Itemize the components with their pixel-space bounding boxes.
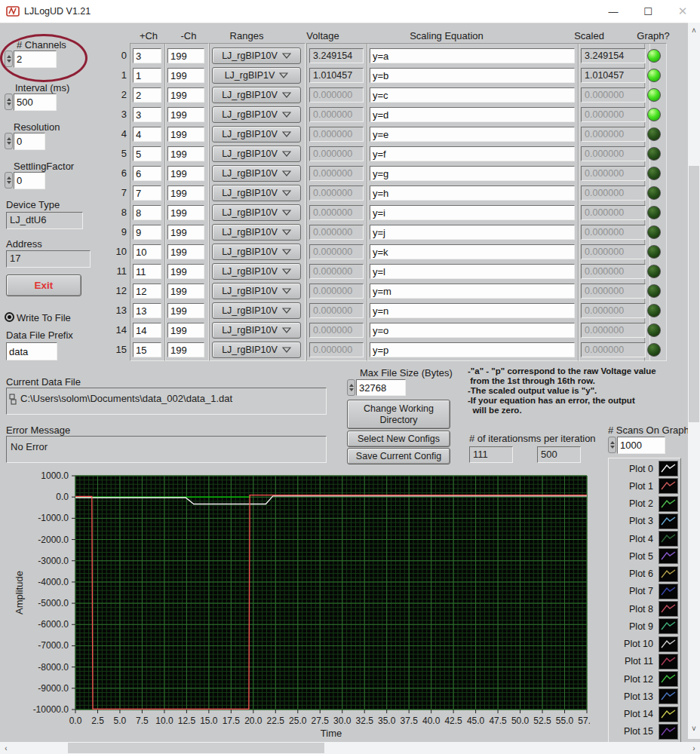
- pch-input[interactable]: [133, 225, 161, 240]
- graph-led[interactable]: [647, 186, 661, 200]
- equation-input[interactable]: [370, 87, 575, 103]
- graph-led[interactable]: [647, 108, 661, 121]
- pch-input[interactable]: [133, 244, 161, 259]
- equation-input[interactable]: [370, 205, 575, 220]
- maximize-icon[interactable]: ☐: [631, 0, 665, 23]
- nch-input[interactable]: [167, 127, 204, 142]
- pch-input[interactable]: [133, 68, 161, 83]
- graph-led[interactable]: [647, 265, 661, 278]
- select-new-configs-button[interactable]: Select New Configs: [347, 431, 450, 447]
- nch-input[interactable]: [167, 342, 204, 357]
- graph-led[interactable]: [647, 304, 661, 317]
- equation-input[interactable]: [370, 48, 575, 63]
- equation-input[interactable]: [370, 146, 575, 161]
- write-to-file-radio[interactable]: [5, 312, 14, 322]
- equation-input[interactable]: [370, 303, 575, 318]
- pch-input[interactable]: [133, 48, 161, 63]
- equation-input[interactable]: [370, 127, 575, 142]
- nch-input[interactable]: [167, 68, 204, 83]
- legend-item[interactable]: Plot 1: [611, 477, 678, 495]
- scroll-up-icon[interactable]: ˄: [688, 24, 700, 36]
- graph-led[interactable]: [647, 343, 661, 357]
- range-dropdown[interactable]: LJ_rgBIP10V: [212, 48, 301, 64]
- change-working-directory-button[interactable]: Change Working Directory: [347, 400, 450, 429]
- legend-item[interactable]: Plot 0: [611, 460, 678, 477]
- nch-input[interactable]: [167, 166, 204, 181]
- graph-led[interactable]: [647, 147, 661, 161]
- scroll-down-icon[interactable]: ˅: [688, 722, 700, 734]
- resolution-input[interactable]: [14, 133, 45, 150]
- pch-input[interactable]: [133, 264, 161, 279]
- graph-led[interactable]: [647, 323, 661, 337]
- pch-input[interactable]: [133, 342, 161, 357]
- range-dropdown[interactable]: LJ_rgBIP10V: [212, 165, 301, 182]
- equation-input[interactable]: [370, 185, 575, 201]
- vertical-scrollbar-thumb[interactable]: [689, 166, 699, 422]
- nch-input[interactable]: [167, 284, 204, 299]
- close-icon[interactable]: ✕: [665, 0, 700, 23]
- legend-item[interactable]: Plot 9: [611, 618, 678, 635]
- pch-input[interactable]: [133, 185, 161, 201]
- path-browse-icon[interactable]: [9, 394, 17, 406]
- legend-item[interactable]: Plot 12: [611, 670, 678, 688]
- resolution-spinner[interactable]: [5, 133, 13, 149]
- graph-led[interactable]: [647, 245, 661, 259]
- graph-led[interactable]: [647, 69, 661, 82]
- range-dropdown[interactable]: LJ_rgBIP10V: [212, 342, 301, 358]
- range-dropdown[interactable]: LJ_rgBIP10V: [212, 244, 301, 260]
- max-file-size-input[interactable]: [356, 379, 406, 396]
- legend-item[interactable]: Plot 15: [611, 723, 678, 740]
- minimize-icon[interactable]: —: [596, 0, 631, 23]
- nch-input[interactable]: [167, 146, 204, 161]
- exit-button[interactable]: Exit: [6, 274, 81, 296]
- pch-input[interactable]: [133, 166, 161, 181]
- legend-item[interactable]: Plot 2: [611, 495, 678, 513]
- legend-item[interactable]: Plot 13: [611, 688, 678, 705]
- range-dropdown[interactable]: LJ_rgBIP10V: [212, 263, 301, 280]
- graph-led[interactable]: [647, 49, 661, 63]
- equation-input[interactable]: [370, 107, 575, 122]
- graph-led[interactable]: [647, 88, 661, 102]
- equation-input[interactable]: [370, 342, 575, 357]
- pch-input[interactable]: [133, 323, 161, 338]
- pch-input[interactable]: [133, 284, 161, 299]
- legend-item[interactable]: Plot 3: [611, 513, 678, 530]
- pch-input[interactable]: [133, 87, 161, 103]
- save-current-config-button[interactable]: Save Current Config: [347, 448, 450, 464]
- legend-item[interactable]: Plot 14: [611, 706, 678, 723]
- equation-input[interactable]: [370, 225, 575, 240]
- scans-on-graph-input[interactable]: [617, 437, 665, 454]
- nch-input[interactable]: [167, 107, 204, 122]
- nch-input[interactable]: [167, 323, 204, 338]
- range-dropdown[interactable]: LJ_rgBIP10V: [212, 204, 301, 221]
- graph-led[interactable]: [647, 127, 661, 141]
- graph-led[interactable]: [647, 167, 661, 180]
- legend-item[interactable]: Plot 8: [611, 600, 678, 618]
- settling-input[interactable]: [14, 172, 45, 189]
- pch-input[interactable]: [133, 303, 161, 318]
- max-file-size-spinner[interactable]: [347, 379, 355, 396]
- nch-input[interactable]: [167, 264, 204, 279]
- scroll-right-icon[interactable]: ›: [688, 742, 700, 754]
- nch-input[interactable]: [167, 244, 204, 259]
- range-dropdown[interactable]: LJ_rgBIP10V: [212, 126, 301, 143]
- nch-input[interactable]: [167, 48, 204, 63]
- pch-input[interactable]: [133, 146, 161, 161]
- legend-item[interactable]: Plot 5: [611, 547, 678, 565]
- interval-input[interactable]: [14, 93, 57, 111]
- legend-item[interactable]: Plot 10: [611, 636, 678, 653]
- pch-input[interactable]: [133, 107, 161, 122]
- equation-input[interactable]: [370, 68, 575, 83]
- equation-input[interactable]: [370, 244, 575, 259]
- equation-input[interactable]: [370, 323, 575, 338]
- range-dropdown[interactable]: LJ_rgBIP10V: [212, 322, 301, 339]
- range-dropdown[interactable]: LJ_rgBIP1V: [212, 67, 301, 84]
- graph-led[interactable]: [647, 225, 661, 239]
- settling-spinner[interactable]: [5, 172, 13, 188]
- graph-led[interactable]: [647, 284, 661, 298]
- equation-input[interactable]: [370, 264, 575, 279]
- data-file-prefix-input[interactable]: [6, 342, 57, 360]
- nch-input[interactable]: [167, 205, 204, 220]
- scans-on-graph-spinner[interactable]: [608, 437, 616, 453]
- nch-input[interactable]: [167, 87, 204, 103]
